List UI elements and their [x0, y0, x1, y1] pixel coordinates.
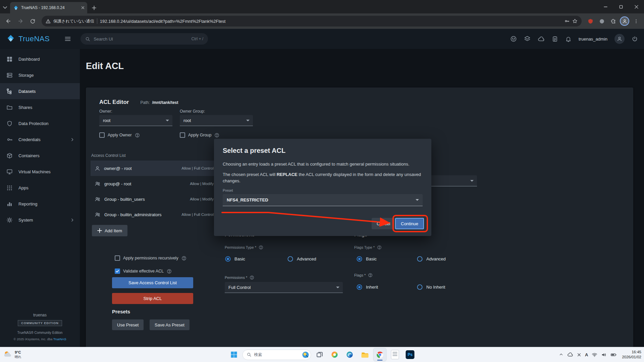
- help-icon[interactable]: [368, 273, 373, 278]
- preset-select[interactable]: NFS4_RESTRICTED: [223, 194, 423, 206]
- battery-icon[interactable]: [610, 352, 617, 358]
- window-close-button[interactable]: [629, 0, 644, 13]
- window-minimize-button[interactable]: [598, 0, 613, 13]
- not-secure-warning-icon[interactable]: [46, 19, 51, 24]
- help-icon[interactable]: [181, 256, 186, 261]
- user-avatar[interactable]: [614, 34, 625, 44]
- sidebar-item-credentials[interactable]: Credentials: [0, 131, 80, 147]
- wifi-icon[interactable]: [592, 352, 597, 358]
- help-icon[interactable]: [135, 133, 140, 138]
- sidebar-item-containers[interactable]: Containers: [0, 147, 80, 164]
- apply-owner-checkbox-row[interactable]: Apply Owner: [99, 132, 140, 138]
- apply-owner-checkbox[interactable]: [99, 132, 105, 138]
- tab-close-icon[interactable]: [81, 6, 85, 9]
- global-search[interactable]: Ctrl + /: [80, 33, 208, 45]
- notifications-bell-icon[interactable]: [565, 36, 572, 42]
- ime-mode-indicator[interactable]: A: [585, 352, 588, 357]
- speaker-icon[interactable]: [601, 352, 607, 358]
- password-key-icon[interactable]: [564, 18, 570, 24]
- sidebar-item-storage[interactable]: Storage: [0, 67, 80, 83]
- add-item-button[interactable]: Add Item: [92, 225, 127, 236]
- acl-row-builtin-administrators[interactable]: Group - builtin_administrators Allow | F…: [91, 207, 227, 222]
- taskbar-search[interactable]: [243, 350, 311, 360]
- use-preset-button[interactable]: Use Preset: [112, 319, 144, 330]
- jobs-layers-icon[interactable]: [524, 36, 531, 42]
- permissions-type-advanced-radio[interactable]: Advanced: [287, 256, 316, 262]
- flags-inherit-radio[interactable]: Inherit: [356, 284, 378, 290]
- help-icon[interactable]: [214, 133, 219, 138]
- browser-profile-avatar[interactable]: [620, 16, 629, 26]
- help-icon[interactable]: [250, 275, 254, 280]
- sidebar-item-system[interactable]: System: [0, 212, 80, 228]
- strip-acl-button[interactable]: Strip ACL: [112, 293, 193, 304]
- permissions-type-basic-radio[interactable]: Basic: [225, 256, 245, 262]
- help-icon[interactable]: [377, 245, 382, 250]
- reload-button[interactable]: [28, 16, 38, 26]
- search-input[interactable]: [94, 37, 188, 42]
- task-view-button[interactable]: [313, 348, 326, 361]
- url-field[interactable]: 保護されていない通信 192.168.0.24/ui/datasets/acl/…: [42, 16, 582, 26]
- owner-select[interactable]: root: [99, 115, 172, 126]
- browser-tab[interactable]: TrueNAS - 192.168.0.24: [10, 2, 87, 13]
- notepad-button[interactable]: [388, 348, 402, 361]
- owner-group-select[interactable]: root: [180, 115, 253, 126]
- validate-checkbox[interactable]: [115, 268, 120, 274]
- sidebar-item-virtual-machines[interactable]: Virtual Machines: [0, 164, 80, 180]
- recursive-checkbox[interactable]: [115, 255, 120, 261]
- sidebar-item-dashboard[interactable]: Dashboard: [0, 51, 80, 67]
- tab-search-button[interactable]: [0, 2, 10, 13]
- flags-type-advanced-radio[interactable]: Advanced: [417, 256, 446, 262]
- validate-checkbox-row[interactable]: Validate effective ACL: [115, 268, 172, 274]
- new-tab-button[interactable]: [89, 3, 99, 12]
- window-maximize-button[interactable]: [613, 0, 629, 13]
- recursive-checkbox-row[interactable]: Apply permissions recursively: [115, 255, 186, 261]
- clock[interactable]: 16:45 2026/01/02: [622, 350, 641, 360]
- onedrive-cloud-icon[interactable]: [567, 352, 573, 358]
- tray-chevron-up-icon[interactable]: [559, 352, 564, 357]
- truenas-logo[interactable]: TrueNAS: [6, 34, 50, 44]
- hamburger-menu-icon[interactable]: [64, 36, 71, 42]
- extension-icon[interactable]: [597, 16, 606, 26]
- acl-row-builtin-users[interactable]: Group - builtin_users Allow | Modify: [91, 191, 227, 207]
- browser-menu-kebab-icon[interactable]: [631, 16, 641, 26]
- start-button[interactable]: [227, 348, 241, 361]
- acl-row-group[interactable]: group@ - root Allow | Modify: [91, 176, 227, 191]
- photoshop-button[interactable]: Ps: [404, 348, 417, 361]
- truecommand-cloud-icon[interactable]: [538, 36, 545, 43]
- sidebar-item-datasets[interactable]: Datasets: [0, 83, 80, 99]
- save-acl-button[interactable]: Save Access Control List: [112, 277, 193, 288]
- sidebar-item-label: Reporting: [18, 201, 37, 206]
- security-label[interactable]: 保護されていない通信: [53, 18, 94, 24]
- help-icon[interactable]: [167, 269, 172, 274]
- cancel-button[interactable]: Cancel: [372, 218, 395, 229]
- apply-group-checkbox[interactable]: [180, 132, 185, 138]
- power-icon[interactable]: [632, 36, 638, 42]
- edge-button[interactable]: [343, 348, 357, 361]
- feedback-smiley-icon[interactable]: [510, 36, 517, 42]
- taskbar-search-input[interactable]: [254, 352, 299, 357]
- flags-type-basic-radio[interactable]: Basic: [356, 256, 377, 262]
- url-text[interactable]: 192.168.0.24/ui/datasets/acl/edit?path=%…: [100, 19, 561, 24]
- tray-x-icon[interactable]: [577, 353, 581, 357]
- help-icon[interactable]: [259, 245, 263, 250]
- back-button[interactable]: [3, 16, 13, 26]
- extensions-puzzle-icon[interactable]: [608, 16, 618, 26]
- sidebar-item-shares[interactable]: Shares: [0, 99, 80, 115]
- flags-no-inherit-radio[interactable]: No Inherit: [417, 284, 445, 290]
- forward-button[interactable]: [15, 16, 25, 26]
- bookmark-star-icon[interactable]: [572, 18, 578, 24]
- sidebar-item-data-protection[interactable]: Data Protection: [0, 115, 80, 131]
- sidebar-item-apps[interactable]: Apps: [0, 180, 80, 196]
- save-as-preset-button[interactable]: Save As Preset: [150, 319, 190, 330]
- file-explorer-button[interactable]: [358, 348, 372, 361]
- copilot-button[interactable]: [328, 348, 341, 361]
- weather-widget[interactable]: 9°C 晴れ: [3, 347, 21, 362]
- checklist-icon[interactable]: [552, 36, 558, 42]
- sidebar-item-reporting[interactable]: Reporting: [0, 196, 80, 212]
- chrome-button-active[interactable]: [373, 348, 387, 361]
- continue-button[interactable]: Continue: [395, 218, 424, 229]
- adblock-extension-icon[interactable]: [586, 16, 595, 26]
- permissions-select[interactable]: Full Control: [225, 282, 343, 293]
- acl-row-owner[interactable]: owner@ - root Allow | Full Control: [91, 161, 227, 176]
- apply-group-checkbox-row[interactable]: Apply Group: [180, 132, 219, 138]
